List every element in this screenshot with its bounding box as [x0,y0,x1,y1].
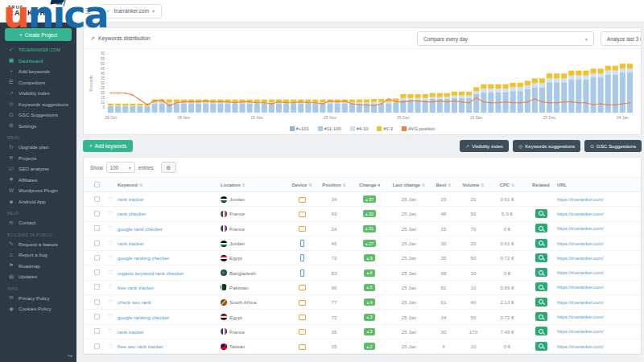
column-header-change[interactable]: Change▾ [351,183,388,187]
sidebar-item-affiliates[interactable]: ❖Affiliates [0,175,76,186]
entries-select[interactable]: 100 ▾ [106,162,135,173]
favorite-heart-icon[interactable]: ♡ [103,328,118,335]
table-settings-button[interactable]: ⚙ [161,162,176,173]
sidebar-item-keywords-suggestions[interactable]: ◎Keywords suggestions [0,99,76,110]
visibility-index-button[interactable]: ↗ Visibility index [460,140,509,152]
related-search-button[interactable] [535,209,547,218]
url-link[interactable]: https://trueranker.com/ [557,241,634,246]
favorite-heart-icon[interactable]: ♡ [103,211,118,217]
sidebar-item-add-keywords[interactable]: +Add keywords [0,66,76,77]
column-header-location[interactable]: Location⇅ [221,183,287,187]
related-search-button[interactable] [535,298,547,306]
related-search-button[interactable] [535,342,547,351]
legend-item-4-10[interactable]: #4-10 [350,126,369,131]
row-checkbox[interactable] [94,196,100,202]
analyze-select[interactable]: Analyze last 3 months ▾ [601,31,642,46]
favorite-heart-icon[interactable]: ♡ [103,269,118,276]
url-link[interactable]: https://trueranker.com/ [557,285,634,290]
row-checkbox[interactable] [94,269,100,275]
sidebar-item-competitors[interactable]: ☰Competitors [0,77,76,88]
row-checkbox[interactable] [94,225,100,231]
row-checkbox[interactable] [94,211,100,216]
column-header-device[interactable]: Device⇅ [287,183,317,187]
sidebar-item-dashboard[interactable]: ▦Dashboard [0,56,76,67]
sidebar-item-seo-analyzer[interactable]: ☑SEO analyzer [0,163,76,175]
keyword-link[interactable]: free rank tracker [118,285,221,290]
url-link[interactable]: https://trueranker.com/ [557,344,634,349]
create-project-button[interactable]: + Create Project [5,28,72,41]
sidebar-item-cookies-policy[interactable]: ◉Cookies Policy [0,303,76,315]
legend-item-1-3[interactable]: #1-3 [377,126,393,131]
project-domain-selector[interactable]: ✓ trueranker.com ▾ [99,4,162,19]
sidebar-item-trueranker-com[interactable]: ✓TRUERANKER.COM [0,44,76,56]
row-checkbox[interactable] [94,284,100,290]
keyword-link[interactable]: google ranking checker [118,255,221,261]
sidebar-item-request-a-feature[interactable]: ✎Request a feature [0,239,76,250]
keyword-link[interactable]: google rank checker [118,226,221,232]
row-checkbox[interactable] [94,328,100,334]
keywords-suggestions-button[interactable]: ◎ Keywords suggestions [513,140,580,152]
legend-item-avg-position[interactable]: AVG position [402,126,435,131]
compare-select[interactable]: Compare every day ▾ [417,31,594,46]
legend-item-11-100[interactable]: #11-100 [318,126,341,131]
sidebar-item-android-app[interactable]: ☻Android App [0,196,76,208]
column-header-position[interactable]: Position⇅ [317,183,351,187]
logout-icon[interactable]: ↪ [68,352,72,360]
url-link[interactable]: https://trueranker.com/ [557,270,634,275]
keyword-link[interactable]: rank tracker [118,241,221,246]
row-checkbox[interactable] [94,255,100,261]
related-search-button[interactable] [535,327,547,335]
favorite-heart-icon[interactable]: ♡ [103,255,118,261]
row-checkbox[interactable] [94,241,100,246]
url-link[interactable]: https://trueranker.com/ [557,226,634,231]
sidebar-item-wordpress-plugin[interactable]: WWordpress Plugin [0,185,76,196]
select-all-checkbox[interactable] [94,182,100,187]
row-checkbox[interactable] [94,314,100,319]
keyword-link[interactable]: rank tracker [118,196,221,202]
keyword-link[interactable]: free seo rank tracker [118,343,221,349]
sidebar-item-gsc-suggestions[interactable]: GGSC Suggestions [0,109,76,121]
related-search-button[interactable] [535,239,547,248]
keyword-link[interactable]: rank tracker [118,329,221,335]
url-link[interactable]: https://trueranker.com/ [557,300,634,305]
legend-item-101[interactable]: #+101 [290,126,309,131]
favorite-heart-icon[interactable]: ♡ [103,343,118,350]
keyword-link[interactable]: organic keyword rank checker [118,270,221,276]
keyword-link[interactable]: check seo rank [118,299,221,305]
url-link[interactable]: https://trueranker.com/ [557,212,634,216]
column-header-keyword[interactable]: Keyword⇅ [118,183,221,187]
sidebar-item-updates[interactable]: ▤Updates [0,271,76,282]
favorite-heart-icon[interactable]: ♡ [103,284,118,290]
sidebar-item-projects[interactable]: ⊕Projects [0,153,76,164]
related-search-button[interactable] [535,253,547,262]
favorite-heart-icon[interactable]: ♡ [103,241,118,247]
column-header-url[interactable]: URL [557,183,634,187]
sidebar-item-report-a-bug[interactable]: ⚠Report a bug [0,249,76,261]
menu-icon[interactable]: ☰ [85,7,91,15]
column-header-cpc[interactable]: CPC⇅ [489,183,525,187]
favorite-heart-icon[interactable]: ♡ [103,225,118,232]
keyword-link[interactable]: google ranking checker [118,315,221,320]
url-link[interactable]: https://trueranker.com/ [557,256,634,261]
sidebar-item-upgrade-plan[interactable]: ↻Upgrade plan [0,142,76,153]
row-checkbox[interactable] [94,343,100,349]
column-header-related[interactable]: Related [525,183,557,187]
sidebar-item-roadmap[interactable]: ⚑Roadmap [0,261,76,272]
url-link[interactable]: https://trueranker.com/ [557,197,634,202]
sidebar-item-settings[interactable]: ⚙Settings [0,121,76,132]
column-header-best[interactable]: Best⇅ [430,183,457,187]
url-link[interactable]: https://trueranker.com/ [557,315,634,319]
related-search-button[interactable] [535,282,547,291]
column-header-checkbox[interactable] [90,182,103,187]
favorite-heart-icon[interactable]: ♡ [103,196,118,203]
row-checkbox[interactable] [94,299,100,305]
sidebar-item-privacy-policy[interactable]: ✉Privacy Policy [0,293,76,304]
sidebar-item-contact[interactable]: ✉Contact [0,217,76,228]
sidebar-item-visibility-index[interactable]: ↗Visibility index [0,88,76,99]
related-search-button[interactable] [535,224,547,232]
url-link[interactable]: https://trueranker.com/ [557,329,634,334]
gsc-suggestions-button[interactable]: G GSC Suggestions [584,140,642,152]
related-search-button[interactable] [535,312,547,321]
favorite-heart-icon[interactable]: ♡ [103,299,118,306]
add-keywords-button[interactable]: + Add keywords [83,140,133,152]
